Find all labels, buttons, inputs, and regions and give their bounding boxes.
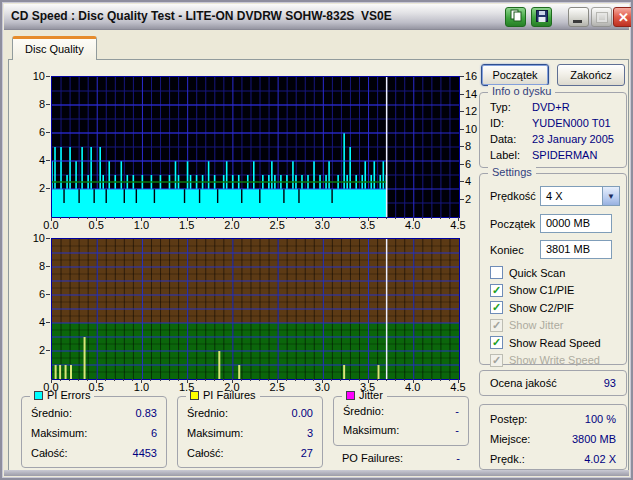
y-tick-label-right: 12 (465, 105, 485, 117)
end-position-field[interactable]: 3801 MB (540, 240, 612, 259)
axis-tick (340, 217, 341, 219)
title-bar: CD Speed : Disc Quality Test - LITE-ON D… (4, 4, 629, 30)
y-tick-label-left: 4 (21, 154, 45, 166)
stat-value: 4453 (133, 447, 157, 462)
checkbox-show-c2-pif[interactable]: ✓Show C2/PIF (490, 301, 620, 314)
maximize-button[interactable] (591, 7, 612, 27)
y-tick-label-left: 2 (21, 344, 45, 356)
info-value: SPIDERMAN (532, 149, 597, 161)
save-button[interactable] (531, 7, 552, 27)
disc-quality-page: PI Errors Średnio:0.83 Maksimum:6 Całość… (8, 59, 629, 472)
y-tick-label-right: 2 (465, 193, 485, 205)
axis-tick (313, 217, 314, 219)
progress-value: 3800 MB (572, 433, 616, 445)
po-failures-row: PO Failures: - (342, 452, 460, 467)
end-position-label: Koniec (490, 244, 524, 256)
axis-tick (132, 217, 133, 219)
checkbox-box[interactable]: ✓ (490, 336, 503, 349)
axis-tick (78, 217, 79, 219)
axis-tick (46, 104, 50, 105)
axis-tick (395, 217, 396, 219)
chevron-down-icon[interactable]: ▼ (602, 187, 619, 205)
axis-tick (322, 379, 323, 383)
axis-tick (187, 379, 188, 383)
axis-tick (46, 76, 50, 77)
axis-tick (460, 146, 464, 147)
axis-tick (331, 217, 332, 219)
y-tick-label-right: 4 (465, 175, 485, 187)
axis-tick (422, 217, 423, 219)
stat-label: Średnio: (187, 407, 228, 422)
axis-tick (214, 217, 215, 219)
axis-tick (286, 379, 287, 381)
axis-tick (404, 379, 405, 381)
axis-tick (187, 217, 188, 221)
axis-tick (286, 217, 287, 219)
axis-tick (241, 379, 242, 381)
axis-tick (205, 217, 206, 219)
pi-failures-panel: PI Failures Średnio:0.00 Maksimum:3 Cało… (177, 396, 323, 468)
y-tick-label-left: 6 (21, 126, 45, 138)
speed-value: 4 X (546, 190, 563, 202)
axis-tick (440, 379, 441, 381)
info-label: Typ: (490, 101, 511, 113)
checkbox-box[interactable]: ✓ (490, 301, 503, 314)
axis-tick (250, 217, 251, 219)
app-window: CD Speed : Disc Quality Test - LITE-ON D… (0, 0, 633, 480)
axis-tick (304, 217, 305, 219)
info-value: DVD+R (532, 101, 570, 113)
info-label: Data: (490, 133, 516, 145)
stat-label: Maksimum: (343, 424, 399, 439)
stat-value: 0.83 (136, 407, 157, 422)
axis-tick (241, 217, 242, 219)
start-position-label: Początek (490, 218, 535, 230)
speed-combobox[interactable]: 4 X ▼ (540, 186, 620, 206)
copy-report-button[interactable] (505, 7, 526, 27)
checkbox-show-c1-pie[interactable]: ✓Show C1/PIE (490, 284, 620, 297)
axis-tick (359, 217, 360, 219)
minimize-button[interactable] (568, 7, 589, 27)
axis-tick (313, 379, 314, 381)
checkbox-label: Show Jitter (509, 319, 563, 331)
axis-tick (268, 379, 269, 381)
quality-score-value: 93 (604, 377, 616, 389)
axis-tick (349, 379, 350, 381)
axis-tick (359, 379, 360, 381)
progress-label: Postęp: (490, 413, 527, 425)
stat-value: 6 (151, 427, 157, 442)
axis-tick (96, 217, 97, 221)
start-button[interactable]: Początek (481, 64, 549, 86)
tab-disc-quality[interactable]: Disc Quality (12, 36, 97, 60)
axis-tick (223, 379, 224, 381)
axis-tick (60, 379, 61, 381)
axis-tick (460, 129, 464, 130)
start-position-field[interactable]: 0000 MB (540, 214, 612, 233)
axis-tick (460, 181, 464, 182)
checkbox-box[interactable] (490, 266, 503, 279)
checkbox-show-jitter: ✓Show Jitter (490, 319, 620, 332)
save-floppy-icon (536, 8, 548, 26)
axis-tick (141, 217, 142, 221)
checkbox-quick-scan[interactable]: Quick Scan (490, 266, 620, 279)
progress-value: 4.02 X (584, 453, 616, 465)
stop-button[interactable]: Zakończ (557, 64, 625, 86)
axis-tick (422, 379, 423, 381)
axis-tick (460, 164, 464, 165)
axis-tick (46, 160, 50, 161)
axis-tick (250, 379, 251, 381)
stat-value: 0.00 (292, 407, 313, 422)
window-bottom-frame (4, 470, 629, 476)
axis-tick (377, 217, 378, 219)
axis-tick (460, 199, 464, 200)
checkbox-show-read-speed[interactable]: ✓Show Read Speed (490, 336, 620, 349)
disc-info-group: Info o dysku Typ:DVD+R ID:YUDEN000 T01 D… (479, 92, 627, 168)
axis-tick (46, 294, 50, 295)
checkbox-label: Quick Scan (509, 267, 565, 279)
checkbox-box[interactable]: ✓ (490, 284, 503, 297)
y-tick-label-right: 8 (465, 140, 485, 152)
close-button[interactable]: ✕ (613, 7, 633, 27)
jitter-panel: Jitter Średnio:- Maksimum:- (333, 396, 469, 446)
axis-tick (395, 379, 396, 381)
checkbox-label: Show Read Speed (509, 337, 601, 349)
stat-value: - (455, 424, 459, 439)
